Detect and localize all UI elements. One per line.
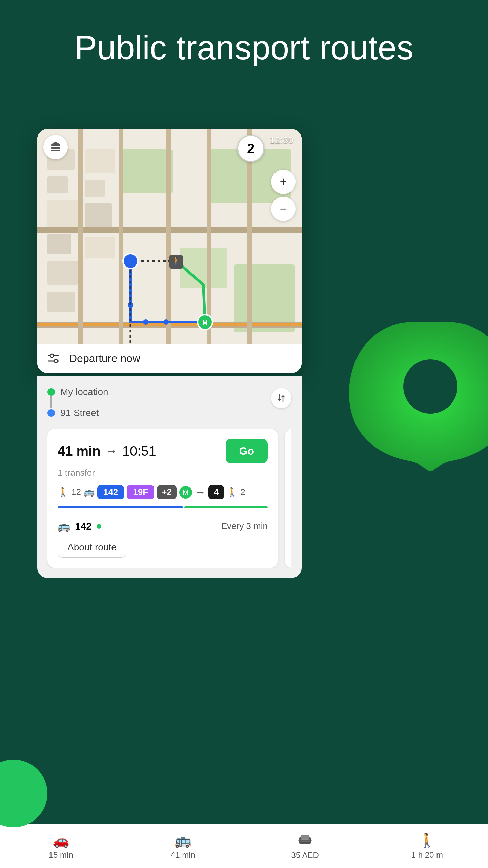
svg-marker-48 [52,142,59,144]
svg-rect-14 [180,248,227,288]
decorative-blob-bottom [0,760,47,827]
svg-point-25 [143,319,148,325]
bus-frequency: Every 3 min [221,521,268,531]
taxi-icon [298,832,312,849]
svg-point-24 [163,319,169,325]
route-cards-wrapper: 41 min → 10:51 Go 1 transfer 🚶 12 🚌 142 … [47,429,291,568]
route-steps: 🚶 12 🚌 142 19F +2 M → 4 🚶 2 [58,485,268,499]
walk-num-1: 12 [71,487,81,497]
walk-icon-2: 🚶 [227,487,238,497]
svg-rect-11 [122,149,173,193]
map-layers-button[interactable] [43,135,68,159]
bus-status-dot [97,524,101,529]
svg-rect-22 [247,129,252,373]
bus-badge-142: 142 [97,485,124,499]
map-time: 12:30 [270,135,293,146]
route-arrival: 10:51 [122,443,156,459]
svg-rect-19 [119,129,123,373]
departure-bar: Departure now [37,344,302,373]
map-svg: M 🚶 🚌 142 🚌 🚌 19F 🚌 4 [37,129,302,373]
swap-locations-button[interactable] [271,388,291,408]
route-duration: 41 min [58,443,101,459]
svg-rect-9 [85,203,112,231]
svg-text:M: M [203,319,208,326]
about-route-button[interactable]: About route [58,537,126,558]
progress-green [184,506,268,508]
bus-badge-19F: 19F [127,485,154,499]
map-zoom-out-button[interactable]: − [271,197,296,221]
metro-arrow: → [195,486,206,498]
svg-rect-7 [85,149,115,173]
svg-rect-10 [85,237,115,258]
swap-icon [276,393,286,403]
bus-info-row: 🚌 142 Every 3 min [58,515,268,537]
svg-rect-4 [47,234,71,254]
svg-rect-18 [78,129,83,373]
nav-item-walk[interactable]: 🚶 1 h 20 m [366,832,488,860]
route-header: 41 min → 10:51 Go [58,439,268,463]
route-card-secondary: 1 h 1 tra Ab [285,429,291,568]
bottom-navigation: 🚗 15 min 🚌 41 min 35 AED 🚶 1 h 20 m [0,824,488,868]
bottom-panel: My location 91 Street 41 min → 10:51 Go [37,376,302,578]
bus-badge-plus2: +2 [157,485,177,499]
departure-settings-icon[interactable] [45,350,62,367]
map-container: M 🚶 🚌 142 🚌 🚌 19F 🚌 4 12:30 [37,129,302,373]
svg-rect-5 [47,261,78,285]
bus-icon-1: 🚌 [84,487,95,497]
from-location-row: My location [47,387,264,397]
svg-rect-54 [301,835,309,840]
bus-time-label: 41 min [171,850,195,860]
svg-point-58 [403,359,458,414]
map-background: M 🚶 🚌 142 🚌 🚌 19F 🚌 4 12:30 [37,129,302,373]
bus-line-number: 142 [75,520,92,532]
bus-badge-4: 4 [208,485,224,499]
svg-rect-47 [51,150,60,151]
header: Public transport routes [0,0,488,88]
svg-point-52 [54,359,58,363]
svg-point-50 [50,354,54,357]
svg-rect-6 [47,292,75,312]
departure-label[interactable]: Departure now [69,352,140,365]
page-title: Public transport routes [34,27,454,68]
bus-info-left: 🚌 142 [58,520,101,532]
decorative-blob [346,305,488,475]
car-icon: 🚗 [53,832,69,848]
walk-time-label: 1 h 20 m [411,850,443,860]
walk-num-2: 2 [240,487,245,497]
from-location-dot [47,388,55,396]
svg-point-28 [123,254,138,269]
bus-nav-icon: 🚌 [175,832,191,848]
taxi-cost-label: 35 AED [291,851,319,860]
svg-rect-57 [299,842,311,843]
to-location-dot [47,409,55,417]
layers-icon [49,141,62,153]
svg-text:🚶: 🚶 [171,256,181,265]
location-connector-line [50,396,52,408]
progress-blue [58,506,183,508]
svg-rect-45 [51,144,60,146]
svg-rect-8 [85,180,105,197]
route-transfers: 1 transfer [58,468,268,478]
svg-rect-20 [166,129,171,373]
to-location-row: 91 Street [47,408,264,418]
from-location-label: My location [60,387,108,397]
walk-icon-1: 🚶 [58,487,68,497]
route-time-info: 41 min → 10:51 [58,443,156,459]
walk-nav-icon: 🚶 [419,832,435,848]
nav-item-taxi[interactable]: 35 AED [244,832,366,860]
route-arrow: → [106,445,117,457]
svg-rect-2 [47,176,68,193]
bus-line-icon: 🚌 [58,520,70,532]
map-zoom-in-button[interactable]: + [271,170,296,194]
svg-rect-21 [207,129,211,373]
go-button[interactable]: Go [226,439,268,463]
route-progress-bar [58,506,268,508]
map-badge-number: 2 [237,135,264,162]
nav-item-car[interactable]: 🚗 15 min [0,832,122,860]
route-card-primary: 41 min → 10:51 Go 1 transfer 🚶 12 🚌 142 … [47,429,278,568]
car-time-label: 15 min [49,850,73,860]
svg-rect-3 [47,200,81,227]
svg-rect-46 [51,147,60,149]
nav-item-bus[interactable]: 🚌 41 min [122,832,244,860]
metro-icon: M [179,486,192,499]
